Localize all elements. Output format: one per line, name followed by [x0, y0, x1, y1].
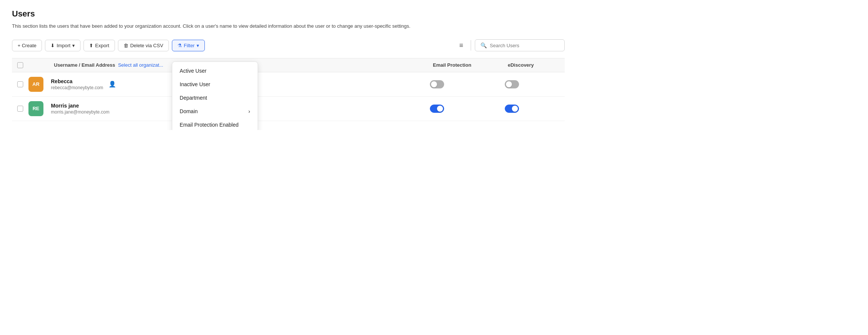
divider — [471, 40, 471, 51]
avatar: RE — [28, 101, 43, 116]
email-protection-cell — [430, 80, 505, 88]
filter-dropdown-item[interactable]: Department — [172, 91, 258, 105]
filter-label: Filter — [184, 43, 195, 48]
ediscovery-cell — [505, 80, 565, 88]
user-name[interactable]: Rebecca — [51, 78, 103, 84]
admin-crown-icon: 👤 — [109, 81, 116, 88]
select-all-link[interactable]: Select all organizat... — [118, 62, 163, 68]
menu-icon-button[interactable]: ≡ — [455, 39, 467, 52]
filter-icon: ⚗ — [177, 43, 182, 48]
row-checkbox[interactable] — [17, 81, 23, 87]
delete-csv-button[interactable]: 🗑 Delete via CSV — [118, 40, 169, 51]
page-description: This section lists the users that have b… — [12, 22, 565, 30]
email-protection-toggle[interactable] — [430, 80, 444, 88]
user-info: Rebeccarebecca@moneybyte.com — [51, 78, 103, 90]
email-protection-toggle[interactable] — [430, 105, 444, 113]
filter-button[interactable]: ⚗ Filter ▾ — [172, 40, 205, 51]
filter-chevron-icon: ▾ — [197, 43, 199, 48]
select-all-checkbox[interactable] — [17, 62, 23, 68]
hamburger-icon: ≡ — [459, 42, 463, 49]
row-checkbox-cell — [12, 106, 28, 112]
avatar-cell: RE — [28, 101, 51, 116]
filter-dropdown-item[interactable]: Domain› — [172, 105, 258, 118]
submenu-arrow-icon: › — [248, 108, 250, 114]
th-ediscovery: eDiscovery — [505, 62, 565, 68]
row-checkbox-cell — [12, 81, 28, 87]
user-email: rebecca@moneybyte.com — [51, 85, 103, 90]
avatar: AR — [28, 77, 43, 92]
import-icon: ⬇ — [51, 43, 55, 48]
toolbar: + Create ⬇ Import ▾ ⬆ Export 🗑 Delete vi… — [12, 39, 565, 52]
filter-dropdown-item[interactable]: Email Protection Enabled — [172, 118, 258, 130]
filter-dropdown-item[interactable]: Inactive User — [172, 78, 258, 91]
user-email: morris.jane@moneybyte.com — [51, 109, 109, 115]
ediscovery-cell — [505, 105, 565, 113]
th-username-label: Username / Email Address — [54, 62, 115, 68]
search-icon: 🔍 — [480, 42, 487, 48]
search-input[interactable] — [490, 43, 559, 48]
ediscovery-toggle[interactable] — [505, 80, 519, 88]
table-row: ARRebeccarebecca@moneybyte.com👤None ⌄ — [12, 72, 565, 97]
export-icon: ⬆ — [89, 43, 93, 48]
avatar-cell: AR — [28, 77, 51, 92]
search-box: 🔍 — [475, 39, 565, 51]
table-body: ARRebeccarebecca@moneybyte.com👤None ⌄REM… — [12, 72, 565, 121]
create-button[interactable]: + Create — [12, 40, 42, 51]
page-title: Users — [12, 9, 565, 19]
toolbar-right: ≡ 🔍 — [455, 39, 565, 52]
user-name[interactable]: Morris jane — [51, 103, 109, 109]
export-button[interactable]: ⬆ Export — [84, 40, 115, 51]
export-label: Export — [95, 43, 109, 48]
table-row: REMorris janemorris.jane@moneybyte.comNo… — [12, 97, 565, 121]
table-header: Username / Email Address Select all orga… — [12, 58, 565, 72]
delete-csv-label: Delete via CSV — [130, 43, 163, 48]
email-protection-cell — [430, 105, 505, 113]
delete-icon: 🗑 — [124, 43, 128, 48]
row-checkbox[interactable] — [17, 106, 23, 112]
ediscovery-toggle[interactable] — [505, 105, 519, 113]
user-info: Morris janemorris.jane@moneybyte.com — [51, 103, 109, 115]
filter-dropdown-item[interactable]: Active User — [172, 64, 258, 78]
import-label: Import — [57, 43, 70, 48]
filter-dropdown: Active UserInactive UserDepartmentDomain… — [172, 61, 258, 130]
create-label: + Create — [18, 43, 36, 48]
import-chevron-icon: ▾ — [72, 43, 75, 48]
filter-wrapper: ⚗ Filter ▾ Active UserInactive UserDepar… — [172, 40, 205, 51]
import-button[interactable]: ⬇ Import ▾ — [45, 40, 81, 51]
select-all-checkbox-cell — [12, 62, 28, 68]
th-email-protection: Email Protection — [430, 62, 505, 68]
